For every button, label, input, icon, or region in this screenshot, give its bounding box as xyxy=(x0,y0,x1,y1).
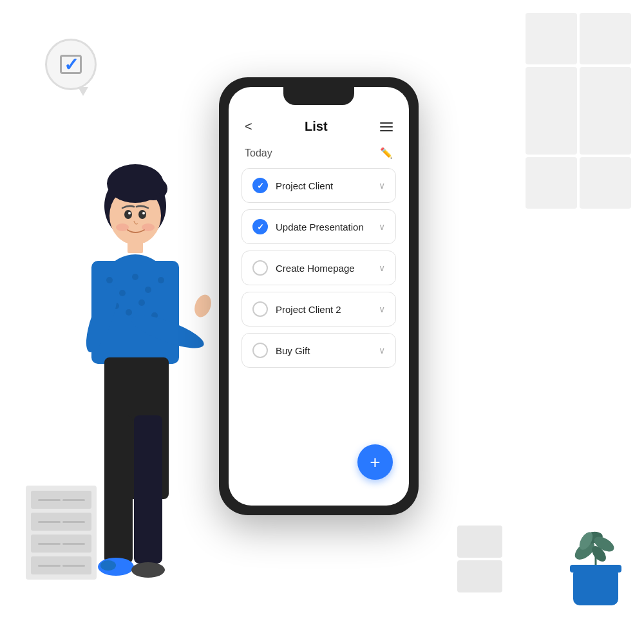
svg-point-14 xyxy=(119,290,126,296)
bg-grid-cell xyxy=(526,103,577,155)
svg-point-37 xyxy=(116,223,129,231)
svg-point-36 xyxy=(142,212,145,214)
list-item[interactable]: Buy Gift ∨ xyxy=(242,333,396,368)
svg-point-9 xyxy=(107,164,164,203)
add-task-button[interactable]: + xyxy=(357,444,393,480)
box xyxy=(457,560,502,592)
svg-rect-10 xyxy=(128,240,143,253)
svg-point-13 xyxy=(106,277,113,283)
chevron-down-icon: ∨ xyxy=(379,263,385,273)
bg-grid-cell xyxy=(526,157,577,209)
chevron-down-icon: ∨ xyxy=(379,222,385,232)
app-content: < List Today ✏️ ✓ xyxy=(229,87,409,506)
phone-notch xyxy=(283,87,354,105)
plant-pot xyxy=(573,570,618,605)
task-checkbox-unchecked[interactable] xyxy=(252,343,268,358)
task-item-left: ✓ Update Presentation xyxy=(252,219,364,234)
phone-mockup: < List Today ✏️ ✓ xyxy=(219,77,419,515)
drawer-line xyxy=(38,565,61,567)
menu-line xyxy=(380,122,393,124)
section-header: Today ✏️ xyxy=(242,147,396,159)
list-item[interactable]: ✓ Project Client ∨ xyxy=(242,168,396,203)
svg-point-16 xyxy=(145,287,151,293)
back-button[interactable]: < xyxy=(245,119,252,134)
checkmark-icon: ✓ xyxy=(257,181,264,191)
speech-bubble: ✓ xyxy=(45,39,103,97)
svg-point-19 xyxy=(126,309,132,316)
svg-point-17 xyxy=(158,277,164,283)
chevron-down-icon: ∨ xyxy=(379,304,385,314)
menu-line xyxy=(380,126,393,128)
svg-point-38 xyxy=(142,223,155,231)
bubble-circle: ✓ xyxy=(45,39,97,90)
task-item-left: ✓ Project Client xyxy=(252,178,333,193)
section-title: Today xyxy=(245,147,272,159)
task-item-left: Buy Gift xyxy=(252,343,310,358)
chevron-down-icon: ∨ xyxy=(379,345,385,355)
list-item[interactable]: Create Homepage ∨ xyxy=(242,251,396,285)
list-item[interactable]: ✓ Update Presentation ∨ xyxy=(242,209,396,244)
svg-point-15 xyxy=(132,274,138,280)
svg-point-25 xyxy=(192,292,213,319)
bg-grid-cell xyxy=(580,13,631,64)
task-checkbox-checked[interactable]: ✓ xyxy=(252,219,268,234)
bg-grid-right xyxy=(526,103,631,209)
person-svg xyxy=(58,119,213,609)
drawer-line xyxy=(38,521,61,523)
task-label: Buy Gift xyxy=(276,345,310,356)
task-checkbox-unchecked[interactable] xyxy=(252,260,268,276)
svg-point-31 xyxy=(131,562,165,578)
plus-icon: + xyxy=(370,453,380,471)
task-label: Project Client xyxy=(276,180,333,191)
plant-decoration xyxy=(573,570,618,605)
svg-point-20 xyxy=(138,299,145,306)
task-checkbox-unchecked[interactable] xyxy=(252,301,268,317)
chevron-down-icon: ∨ xyxy=(379,180,385,191)
app-title: List xyxy=(305,119,328,134)
task-label: Update Presentation xyxy=(276,222,364,232)
box xyxy=(457,526,502,558)
menu-button[interactable] xyxy=(380,122,393,131)
task-item-left: Create Homepage xyxy=(252,260,355,276)
svg-point-35 xyxy=(128,212,131,214)
svg-point-32 xyxy=(100,560,116,571)
drawer-line xyxy=(38,543,61,545)
svg-rect-28 xyxy=(104,415,133,564)
task-item-left: Project Client 2 xyxy=(252,301,341,317)
bg-grid-cell xyxy=(526,13,577,64)
drawer-line xyxy=(38,499,61,501)
task-label: Project Client 2 xyxy=(276,304,341,315)
bubble-check-icon: ✓ xyxy=(64,54,79,75)
bubble-checkbox: ✓ xyxy=(60,55,82,74)
svg-point-33 xyxy=(124,210,132,219)
bg-grid-cell xyxy=(580,103,631,155)
svg-point-34 xyxy=(138,210,146,219)
task-label: Create Homepage xyxy=(276,263,355,274)
task-checkbox-checked[interactable]: ✓ xyxy=(252,178,268,193)
menu-line xyxy=(380,130,393,131)
bg-grid-cell xyxy=(580,157,631,209)
person-illustration xyxy=(58,119,213,609)
list-item[interactable]: Project Client 2 ∨ xyxy=(242,292,396,327)
svg-rect-29 xyxy=(134,415,162,564)
boxes-area xyxy=(457,526,502,592)
app-header: < List xyxy=(242,119,396,134)
phone-screen: < List Today ✏️ ✓ xyxy=(229,87,409,506)
edit-icon[interactable]: ✏️ xyxy=(380,147,393,159)
checkmark-icon: ✓ xyxy=(257,222,264,232)
